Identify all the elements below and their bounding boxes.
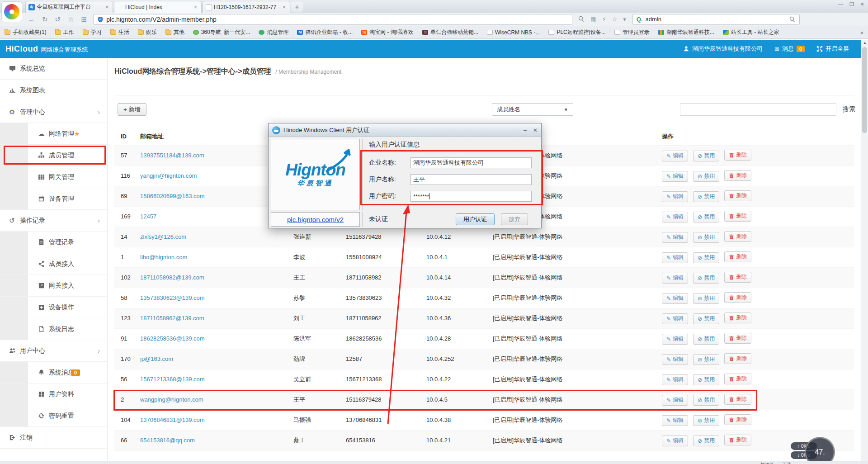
table-row[interactable]: 170jp@163.com劲牌1258710.0.4.252[已启用]华辰智通-… bbox=[114, 349, 854, 369]
sidebar-item-monitor[interactable]: 系统总览 bbox=[0, 58, 107, 80]
disable-button[interactable]: ⊘禁用 bbox=[693, 436, 719, 446]
delete-button[interactable]: 删除 bbox=[724, 414, 751, 425]
table-row[interactable]: 10218711058982@139.com王工1871105898210.0.… bbox=[114, 267, 854, 288]
delete-button[interactable]: 删除 bbox=[724, 272, 751, 283]
disable-button[interactable]: ⊘禁用 bbox=[693, 171, 719, 182]
bookmark-item[interactable]: 学习 bbox=[83, 28, 102, 36]
disable-button[interactable]: ⊘禁用 bbox=[693, 273, 719, 284]
edit-button[interactable]: ✎编辑 bbox=[662, 395, 688, 406]
new-tab-button[interactable]: + bbox=[291, 2, 303, 12]
password-input[interactable]: ******* bbox=[410, 191, 532, 202]
bookmark-item[interactable]: 其他 bbox=[165, 28, 184, 36]
zoom-icon[interactable] bbox=[578, 15, 585, 24]
disable-button[interactable]: ⊘禁用 bbox=[693, 151, 719, 161]
bookmark-item[interactable]: 工作 bbox=[55, 28, 74, 36]
hignton-link[interactable]: plc.hignton.com/v2 bbox=[287, 216, 344, 223]
back-icon[interactable]: ← bbox=[28, 15, 35, 23]
delete-button[interactable]: 删除 bbox=[724, 150, 751, 161]
search-box[interactable]: Q. bbox=[632, 14, 800, 25]
bookmark-item[interactable]: 管理员登录 bbox=[614, 28, 650, 36]
text-input[interactable]: 王平 bbox=[410, 174, 532, 185]
edit-button[interactable]: ✎编辑 bbox=[662, 436, 688, 446]
dialog-close-icon[interactable]: ✕ bbox=[533, 127, 538, 133]
minimize-window-icon[interactable]: — bbox=[838, 1, 843, 7]
browser-360-logo[interactable] bbox=[1, 1, 22, 22]
edit-button[interactable]: ✎编辑 bbox=[662, 212, 688, 223]
table-search-field[interactable] bbox=[680, 103, 836, 116]
disable-button[interactable]: ⊘禁用 bbox=[693, 313, 719, 324]
email-link[interactable]: 15866020699@163.com bbox=[140, 193, 205, 199]
table-row[interactable]: 5615671213368@139.com吴立前1567121336810.0.… bbox=[114, 369, 854, 389]
bookmark-item[interactable]: WiseCRM NBS -... bbox=[487, 29, 540, 36]
dropdown-caret-icon[interactable]: ▾ bbox=[623, 16, 626, 23]
page-scrollbar[interactable]: ▲ bbox=[861, 40, 868, 461]
qr-code-icon[interactable]: ▦ bbox=[590, 16, 596, 23]
edit-button[interactable]: ✎编辑 bbox=[662, 151, 688, 161]
edit-button[interactable]: ✎编辑 bbox=[662, 293, 688, 304]
disable-button[interactable]: ⊘禁用 bbox=[693, 232, 719, 243]
disable-button[interactable]: ⊘禁用 bbox=[693, 191, 719, 202]
undo-icon[interactable]: ↺ bbox=[55, 15, 61, 24]
sidebar-item-history[interactable]: ↺操作记录› bbox=[0, 210, 107, 232]
delete-button[interactable]: 删除 bbox=[724, 190, 751, 201]
abandon-button[interactable]: 放弃 bbox=[501, 213, 528, 225]
bookmarks-overflow-icon[interactable]: » bbox=[860, 29, 863, 36]
apps-grid-icon[interactable]: ⊞ bbox=[81, 15, 87, 24]
disable-button[interactable]: ⊘禁用 bbox=[693, 334, 719, 345]
edit-button[interactable]: ✎编辑 bbox=[662, 415, 688, 426]
bookmark-item[interactable]: PLC远程监控|设备... bbox=[548, 28, 605, 36]
email-link[interactable]: 13937551184@139.com bbox=[140, 152, 204, 159]
search-icon[interactable] bbox=[789, 16, 796, 23]
delete-button[interactable]: 删除 bbox=[724, 394, 751, 405]
table-row[interactable]: 9118628258536@139.com陈洪军1862825853610.0.… bbox=[114, 328, 854, 349]
table-row[interactable]: 1libo@hignton.com李波1558100892410.0.4.1[已… bbox=[114, 247, 854, 267]
table-row[interactable]: 5813573830623@139.com苏黎1357383062310.0.4… bbox=[114, 288, 854, 308]
search-button[interactable]: 搜索 bbox=[839, 103, 859, 116]
refresh-icon[interactable]: ↻ bbox=[42, 15, 48, 24]
email-link[interactable]: libo@hignton.com bbox=[140, 254, 187, 260]
table-row[interactable]: 66654153816@qq.com蔡工65415381610.0.4.21[已… bbox=[114, 430, 854, 450]
sidebar-item-users[interactable]: 用户中心› bbox=[0, 340, 107, 362]
sidebar-item-plus-square[interactable]: 设备操作 bbox=[0, 297, 107, 318]
disable-button[interactable]: ⊘禁用 bbox=[693, 212, 719, 223]
authenticate-button[interactable]: 用户认证 bbox=[456, 213, 495, 225]
fullscreen-button[interactable]: 开启全屏 bbox=[816, 45, 849, 53]
disable-button[interactable]: ⊘禁用 bbox=[693, 395, 719, 406]
url-input[interactable] bbox=[106, 16, 568, 23]
dialog-minimize-icon[interactable]: – bbox=[524, 127, 527, 133]
table-row[interactable]: 14zlxlsy1@126.com张连新1511637942810.0.4.12… bbox=[114, 227, 854, 247]
email-link[interactable]: 15671213368@139.com bbox=[140, 376, 205, 383]
bookmark-item[interactable]: 手机收藏夹(1) bbox=[5, 28, 47, 36]
browser-tab[interactable]: H120-1509-1617-2932-77× bbox=[203, 1, 290, 13]
tab-close-icon[interactable]: × bbox=[104, 4, 110, 10]
browser-search-input[interactable] bbox=[646, 16, 786, 23]
messages-menu[interactable]: ✉ 消息 0 bbox=[774, 45, 805, 53]
dialog-title-bar[interactable]: Hinode Windows Client 用户认证 – ✕ bbox=[269, 123, 541, 137]
address-bar[interactable] bbox=[93, 14, 572, 25]
email-link[interactable]: 18628258536@139.com bbox=[140, 335, 205, 342]
company-menu[interactable]: 湖南华辰智通科技有限公司 bbox=[683, 45, 763, 53]
delete-button[interactable]: 删除 bbox=[724, 211, 751, 222]
extensions-lightning-icon[interactable]: ⚡ bbox=[602, 16, 606, 23]
table-row[interactable]: 2wangping@hignton.com王平1511637942810.0.4… bbox=[114, 389, 854, 410]
add-member-button[interactable]: + 新增 bbox=[118, 103, 146, 116]
delete-button[interactable]: 删除 bbox=[724, 312, 751, 323]
email-link[interactable]: 12457 bbox=[140, 213, 156, 220]
bookmark-item[interactable]: 消息管理 bbox=[259, 28, 288, 36]
sidebar-item-file[interactable]: 系统日志 bbox=[0, 318, 107, 340]
sidebar-item-cloud[interactable]: ☁网络管理★ bbox=[0, 123, 107, 145]
sidebar-item-share[interactable]: 成员接入 bbox=[0, 253, 107, 275]
delete-button[interactable]: 删除 bbox=[724, 374, 751, 384]
email-link[interactable]: 654153816@qq.com bbox=[140, 437, 195, 444]
delete-button[interactable]: 删除 bbox=[724, 292, 751, 303]
disable-button[interactable]: ⊘禁用 bbox=[693, 252, 719, 263]
delete-button[interactable]: 删除 bbox=[724, 231, 751, 242]
bookmark-item[interactable]: 生活 bbox=[110, 28, 129, 36]
disable-button[interactable]: ⊘禁用 bbox=[693, 374, 719, 385]
delete-button[interactable]: 删除 bbox=[724, 170, 751, 181]
scrollbar-thumb[interactable] bbox=[862, 47, 867, 133]
delete-button[interactable]: 删除 bbox=[724, 435, 751, 445]
edit-button[interactable]: ✎编辑 bbox=[662, 334, 688, 345]
tab-close-icon[interactable]: × bbox=[281, 4, 287, 10]
sidebar-item-bell[interactable]: 系统消息0 bbox=[0, 362, 107, 384]
